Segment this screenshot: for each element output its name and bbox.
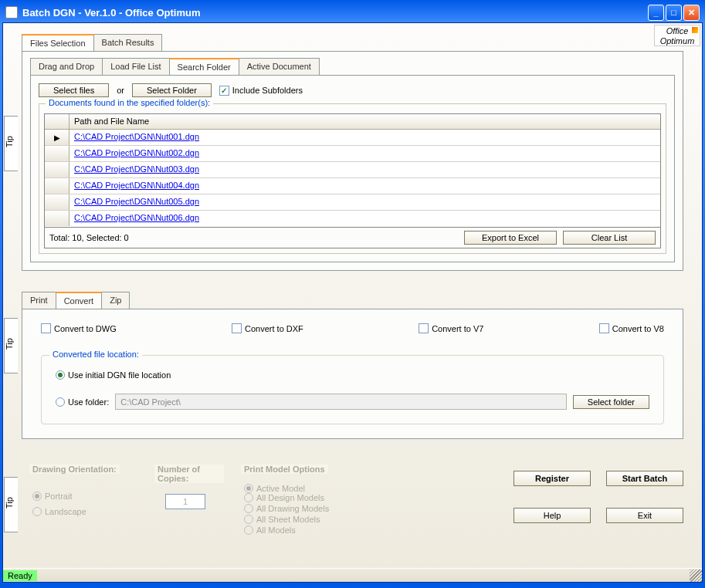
close-button[interactable]: ✕ bbox=[683, 5, 700, 21]
maximize-button[interactable]: □ bbox=[666, 5, 682, 21]
table-row[interactable]: C:\CAD Project\DGN\Nut003.dgn bbox=[45, 162, 660, 178]
window-title: Batch DGN - Ver.1.0 - Office Optimum bbox=[22, 7, 648, 19]
status-ready: Ready bbox=[3, 570, 37, 581]
or-label: or bbox=[117, 86, 124, 95]
convert-dxf-checkbox[interactable]: Convert to DXF bbox=[232, 323, 303, 333]
table-row[interactable]: C:\CAD Project\DGN\Nut006.dgn bbox=[45, 211, 660, 226]
resize-grip-icon[interactable] bbox=[690, 569, 702, 582]
grid-status: Total: 10, Selected: 0 bbox=[49, 233, 129, 242]
tip-tab-1[interactable]: Tip bbox=[4, 116, 18, 171]
include-subfolders-checkbox[interactable]: ✓Include Subfolders bbox=[219, 86, 303, 96]
loc-legend: Converted file location: bbox=[49, 350, 142, 359]
convert-v7-checkbox[interactable]: Convert to V7 bbox=[419, 323, 483, 333]
pmo-all-radio: All Models bbox=[244, 525, 296, 535]
start-batch-button[interactable]: Start Batch bbox=[606, 471, 683, 486]
tab-search-folder[interactable]: Search Folder bbox=[169, 58, 239, 75]
select-files-button[interactable]: Select files bbox=[39, 83, 109, 97]
tip-tab-2[interactable]: Tip bbox=[4, 318, 18, 373]
copies-legend: Number of Copies: bbox=[154, 465, 224, 483]
tip-tab-3[interactable]: Tip bbox=[4, 477, 18, 532]
col-path-filename[interactable]: Path and File Name bbox=[69, 114, 660, 129]
register-button[interactable]: Register bbox=[513, 471, 591, 486]
title-bar: Batch DGN - Ver.1.0 - Office Optimum _ □… bbox=[2, 2, 703, 22]
tab-files-selection[interactable]: Files Selection bbox=[22, 34, 94, 51]
status-bar: Ready bbox=[3, 568, 702, 582]
clear-list-button[interactable]: Clear List bbox=[563, 231, 656, 245]
pmo-alldesign-radio: All Design Models bbox=[244, 493, 324, 502]
pmo-legend: Print Model Options bbox=[241, 465, 328, 474]
minimize-button[interactable]: _ bbox=[648, 5, 664, 21]
convert-v8-checkbox[interactable]: Convert to V8 bbox=[599, 323, 664, 333]
portrait-radio: Portrait bbox=[32, 492, 72, 501]
tab-drag-drop[interactable]: Drag and Drop bbox=[30, 58, 103, 75]
exit-button[interactable]: Exit bbox=[606, 508, 683, 523]
orientation-legend: Drawing Orientation: bbox=[29, 465, 120, 474]
table-row[interactable]: ▶C:\CAD Project\DGN\Nut001.dgn bbox=[45, 130, 660, 146]
select-folder-button[interactable]: Select Folder bbox=[132, 83, 212, 97]
tab-zip[interactable]: Zip bbox=[101, 292, 130, 309]
pmo-alldrawing-radio: All Drawing Models bbox=[244, 504, 329, 513]
tab-active-document[interactable]: Active Document bbox=[239, 58, 320, 75]
export-excel-button[interactable]: Export to Excel bbox=[464, 231, 557, 245]
docs-legend: Documents found in the specified folder(… bbox=[46, 98, 213, 107]
tab-convert[interactable]: Convert bbox=[56, 292, 103, 309]
table-row[interactable]: C:\CAD Project\DGN\Nut002.dgn bbox=[45, 146, 660, 162]
row-indicator-icon: ▶ bbox=[54, 133, 60, 142]
landscape-radio: Landscape bbox=[32, 507, 86, 516]
use-initial-radio[interactable]: Use initial DGN file location bbox=[56, 370, 171, 380]
tab-batch-results[interactable]: Batch Results bbox=[93, 34, 163, 51]
app-icon bbox=[5, 6, 18, 19]
select-folder-loc-button[interactable]: Select folder bbox=[573, 395, 649, 409]
convert-dwg-checkbox[interactable]: Convert to DWG bbox=[41, 323, 117, 333]
copies-input bbox=[165, 494, 205, 509]
tab-load-file-list[interactable]: Load File List bbox=[102, 58, 169, 75]
pmo-allsheet-radio: All Sheet Models bbox=[244, 515, 320, 524]
folder-path-input[interactable] bbox=[115, 394, 567, 410]
table-row[interactable]: C:\CAD Project\DGN\Nut005.dgn bbox=[45, 194, 660, 211]
help-button[interactable]: Help bbox=[513, 508, 591, 523]
documents-grid[interactable]: Path and File Name ▶C:\CAD Project\DGN\N… bbox=[44, 113, 661, 228]
pmo-active-radio: Active Model bbox=[244, 484, 305, 493]
tab-print[interactable]: Print bbox=[22, 292, 56, 309]
use-folder-radio[interactable]: Use folder: bbox=[56, 397, 109, 407]
table-row[interactable]: C:\CAD Project\DGN\Nut004.dgn bbox=[45, 178, 660, 194]
